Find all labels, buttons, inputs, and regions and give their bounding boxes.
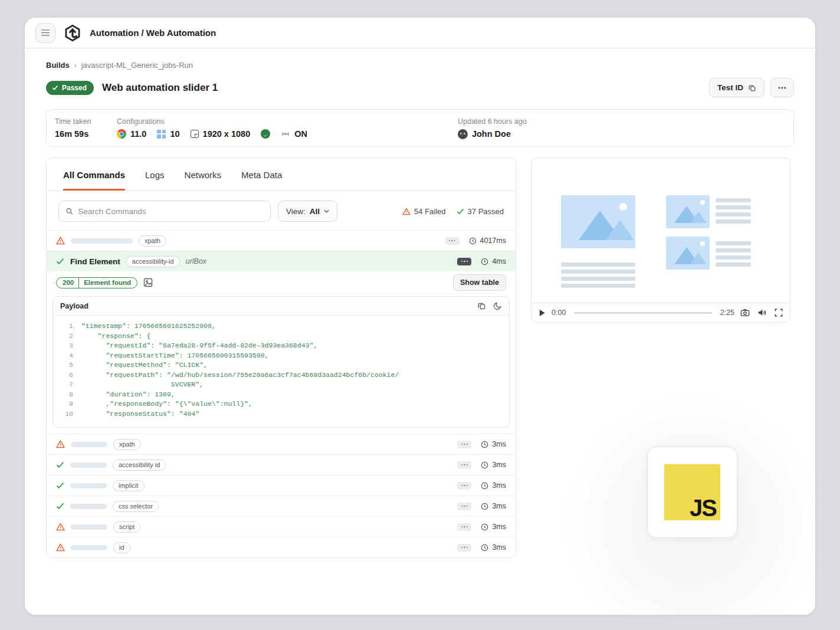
user-row: John Doe xyxy=(458,129,527,139)
show-table-button[interactable]: Show table xyxy=(453,274,506,291)
check-icon xyxy=(56,482,64,489)
duration-value: 4017ms xyxy=(469,237,506,245)
resolution-value: 1920 x 1080 xyxy=(203,129,251,139)
locator-tag: xpath xyxy=(113,439,141,450)
tab-logs[interactable]: Logs xyxy=(145,158,165,191)
clock-icon xyxy=(481,544,488,552)
network-toggle-value: ON xyxy=(294,129,307,139)
breadcrumb-builds-link[interactable]: Builds xyxy=(46,61,70,70)
status-badge: Passed xyxy=(46,81,94,95)
os-version: 10 xyxy=(170,129,179,139)
command-name: Find Element xyxy=(70,257,120,266)
redacted-command-skeleton xyxy=(71,238,133,244)
command-row[interactable]: css selector 3ms xyxy=(47,496,516,516)
duration-value: 3ms xyxy=(481,481,506,490)
row-overflow-button[interactable] xyxy=(457,544,471,552)
row-overflow-button[interactable] xyxy=(457,258,471,265)
test-title-row: Passed Web automation slider 1 Test ID xyxy=(46,78,794,97)
breadcrumb-current: javascript-ML_Generic_jobs-Run xyxy=(81,61,193,70)
chrome-browser-icon xyxy=(117,129,126,139)
tab-networks[interactable]: Networks xyxy=(185,158,222,191)
row-overflow-button[interactable] xyxy=(457,482,471,490)
search-commands-box[interactable] xyxy=(58,201,271,222)
command-row[interactable]: xpath 3ms xyxy=(47,434,516,454)
volume-button[interactable] xyxy=(757,309,767,317)
search-commands-input[interactable] xyxy=(78,207,264,216)
screenshot-camera-button[interactable] xyxy=(740,309,750,317)
fullscreen-button[interactable] xyxy=(775,309,783,317)
tab-all-commands[interactable]: All Commands xyxy=(63,158,125,191)
row-overflow-button[interactable] xyxy=(457,461,471,469)
right-column: 0:00 2:25 JS xyxy=(531,158,790,570)
warning-icon xyxy=(56,523,65,531)
page-title: Automation / Web Automation xyxy=(90,28,216,38)
row-overflow-button[interactable] xyxy=(445,237,460,245)
check-icon xyxy=(56,503,64,510)
chevron-down-icon xyxy=(324,209,329,213)
copy-icon xyxy=(748,84,756,92)
locator-value: urlBox xyxy=(186,257,206,265)
payload-title: Payload xyxy=(60,302,88,310)
row-overflow-button[interactable] xyxy=(457,523,471,531)
user-avatar xyxy=(458,129,468,139)
command-result-row: 200 Element found Show table xyxy=(47,271,516,294)
dark-mode-toggle-button[interactable] xyxy=(493,301,502,310)
selenium-icon xyxy=(261,129,270,139)
resolution-icon xyxy=(191,130,199,138)
command-row-selected[interactable]: Find Element accessibility-id urlBox 4ms xyxy=(47,251,516,271)
hamburger-menu-button[interactable] xyxy=(35,23,55,43)
windows-os-icon xyxy=(157,130,166,139)
redacted-command-skeleton xyxy=(71,545,107,550)
javascript-logo-icon: JS xyxy=(664,464,720,520)
javascript-framework-card: JS xyxy=(647,447,737,538)
failed-count: 54 Failed xyxy=(402,207,445,216)
ellipsis-icon xyxy=(777,84,787,92)
dot-separator: · xyxy=(274,130,277,138)
dot-separator: · xyxy=(184,130,186,138)
clock-icon xyxy=(469,237,477,245)
app-logo-icon xyxy=(64,24,81,42)
check-icon xyxy=(457,208,464,215)
search-icon xyxy=(65,207,73,215)
mock-image-small xyxy=(666,195,710,228)
more-options-button[interactable] xyxy=(770,78,794,97)
test-id-button[interactable]: Test ID xyxy=(709,78,764,97)
command-row[interactable]: implicit 3ms xyxy=(47,475,516,496)
warning-icon xyxy=(56,440,65,448)
check-icon xyxy=(52,84,58,91)
locator-tag: accessibility id xyxy=(113,460,166,471)
payload-box: Payload 1"timestamp": 170566560162525200… xyxy=(52,296,510,428)
mock-image-small xyxy=(666,237,710,270)
redacted-command-skeleton xyxy=(71,524,107,530)
clock-icon xyxy=(481,523,488,531)
copy-payload-button[interactable] xyxy=(477,301,486,310)
image-icon[interactable] xyxy=(143,278,153,287)
redacted-command-skeleton xyxy=(70,483,107,488)
redacted-command-skeleton xyxy=(70,504,107,509)
tab-meta-data[interactable]: Meta Data xyxy=(241,158,282,191)
command-row[interactable]: id 3ms xyxy=(47,537,516,557)
row-overflow-button[interactable] xyxy=(457,503,471,510)
progress-bar[interactable] xyxy=(574,312,711,314)
video-preview[interactable] xyxy=(531,158,790,303)
time-taken-value: 16m 59s xyxy=(55,129,117,139)
network-signal-icon xyxy=(281,130,290,138)
warning-icon xyxy=(56,543,65,552)
top-bar: Automation / Web Automation xyxy=(25,18,815,48)
command-row[interactable]: xpath 4017ms xyxy=(47,230,516,251)
command-row[interactable]: accessibility id 3ms xyxy=(47,454,516,475)
locator-tag: css selector xyxy=(113,501,159,512)
clock-icon xyxy=(481,441,488,448)
row-overflow-button[interactable] xyxy=(457,441,471,448)
locator-tag: id xyxy=(113,542,130,553)
play-button[interactable] xyxy=(539,309,546,317)
current-time: 0:00 xyxy=(552,309,566,317)
check-icon xyxy=(56,258,64,265)
clock-icon xyxy=(481,503,488,510)
warning-icon xyxy=(402,208,411,215)
command-row[interactable]: script 3ms xyxy=(47,516,516,537)
breadcrumb: Builds › javascript-ML_Generic_jobs-Run xyxy=(46,61,794,70)
player-controls: 0:00 2:25 xyxy=(531,303,790,322)
payload-code: 1"timestamp": 1705665601625252000, 2 "re… xyxy=(53,316,509,427)
view-filter-dropdown[interactable]: View:All xyxy=(278,201,337,222)
